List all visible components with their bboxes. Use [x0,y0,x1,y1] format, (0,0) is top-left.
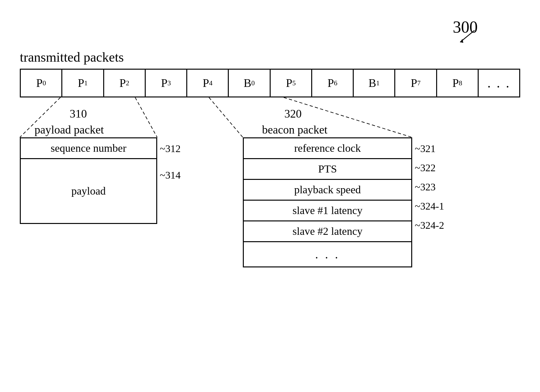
packet-P4: P4 [187,70,229,96]
slave1-latency-row: slave #1 latency [244,201,411,221]
sequence-number-row: sequence number [21,138,156,159]
packet-P1: P1 [62,70,104,96]
packet-P0: P0 [21,70,62,96]
beacon-ellipsis-row: . . . [244,242,411,266]
label-320: 320 [284,107,302,120]
transmitted-packets-label: transmitted packets [20,50,124,65]
ref-314: ~314 [160,169,181,181]
svg-line-3 [135,97,157,137]
payload-packet-box: sequence number payload [20,137,157,224]
packet-P7: P7 [395,70,437,96]
ref-321: ~321 [415,143,436,155]
ref-323: ~323 [415,181,436,193]
packet-P8: P8 [437,70,479,96]
ref-322: ~322 [415,162,436,174]
playback-speed-row: playback speed [244,180,411,201]
beacon-packet-title: beacon packet [262,123,328,136]
packet-P5: P5 [271,70,312,96]
packet-P2: P2 [104,70,146,96]
packet-P3: P3 [146,70,187,96]
beacon-packet-box: reference clock PTS playback speed slave… [243,137,412,267]
packet-B0: B0 [229,70,270,96]
pts-row: PTS [244,159,411,180]
label-310: 310 [70,107,87,120]
ref-324-2: ~324-2 [415,219,444,231]
slave2-latency-row: slave #2 latency [244,221,411,242]
reference-clock-row: reference clock [244,138,411,159]
fig-number-arrow [455,29,481,45]
packet-P6: P6 [312,70,354,96]
payload-row: payload [21,159,156,223]
packet-ellipsis: . . . [479,70,519,96]
ref-312: ~312 [160,143,181,155]
packet-B1: B1 [354,70,395,96]
ref-324-1: ~324-1 [415,200,444,212]
svg-line-4 [209,97,243,137]
payload-packet-title: payload packet [35,123,104,136]
packet-strip: P0 P1 P2 P3 P4 B0 P5 P6 B1 P7 P8 . . . [20,69,520,97]
